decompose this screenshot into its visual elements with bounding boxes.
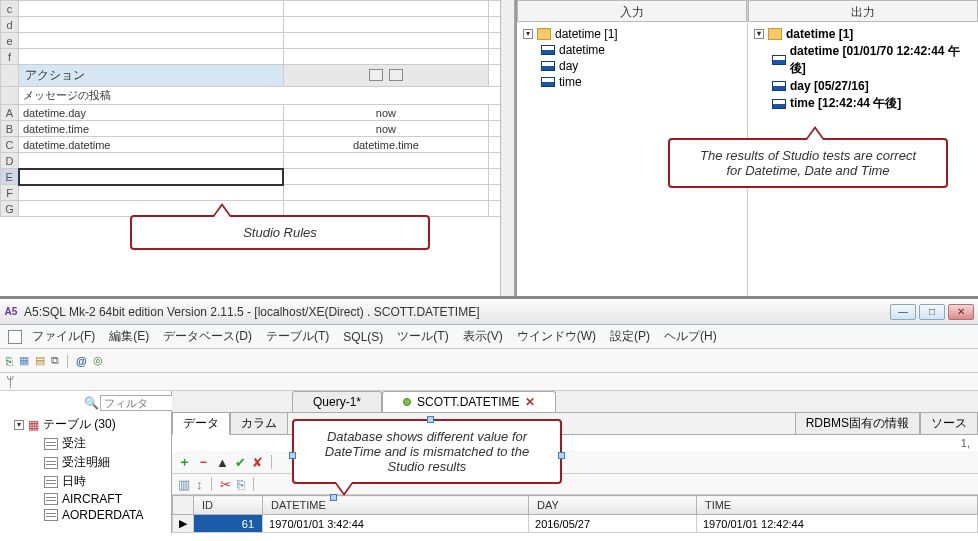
table-item[interactable]: 受注明細 — [4, 453, 167, 472]
menu-help[interactable]: ヘルプ(H) — [664, 328, 717, 345]
rule-cell[interactable]: datetime.time — [283, 137, 489, 153]
table-item[interactable]: 受注 — [4, 434, 167, 453]
db-sidebar: 🔍 ▾▦テーブル (30) 受注 受注明細 日時 AIRCRAFT AORDER… — [0, 391, 172, 533]
tab-datetime[interactable]: SCOTT.DATETIME✕ — [382, 391, 556, 412]
row-marker[interactable]: ▶ — [173, 515, 194, 533]
menu-file[interactable]: ファイル(F) — [32, 328, 95, 345]
tree-root[interactable]: ▾datetime [1] — [523, 26, 741, 42]
callout-text: Studio Rules — [243, 225, 317, 240]
callout-text: Database shows different value for — [308, 429, 546, 444]
toolbar-icon[interactable]: ◎ — [93, 354, 103, 367]
toolbar-icon[interactable]: ⎘ — [6, 355, 13, 367]
row-header[interactable]: e — [1, 33, 19, 49]
tree-item[interactable]: day [05/27/16] — [772, 78, 972, 94]
cell-id[interactable]: 61 — [194, 515, 263, 533]
rule-cell[interactable]: datetime.datetime — [19, 137, 284, 153]
row-header[interactable]: A — [1, 105, 19, 121]
subtab-rdbms[interactable]: RDBMS固有の情報 — [795, 412, 920, 435]
maximize-button[interactable]: □ — [919, 304, 945, 320]
selected-cell[interactable] — [19, 169, 284, 185]
cell-day[interactable]: 2016/05/27 — [529, 515, 697, 533]
menu-edit[interactable]: 編集(E) — [109, 328, 149, 345]
row-header[interactable]: G — [1, 201, 19, 217]
row-header[interactable]: B — [1, 121, 19, 137]
filter-icon[interactable]: ▥ — [178, 477, 190, 492]
edit-icon[interactable]: ▲ — [216, 455, 229, 470]
table-icon — [44, 493, 58, 505]
close-tab-icon[interactable]: ✕ — [525, 395, 535, 409]
tab-query[interactable]: Query-1* — [292, 391, 382, 412]
message-post-row[interactable]: メッセージの投稿 — [19, 87, 514, 105]
table-item[interactable]: AORDERDATA — [4, 507, 167, 523]
tree-item[interactable]: time [12:42:44 午後] — [772, 94, 972, 113]
menu-tool[interactable]: ツール(T) — [397, 328, 448, 345]
cut-icon[interactable]: ✂ — [220, 477, 231, 492]
subtab-source[interactable]: ソース — [920, 412, 978, 435]
collapse-icon[interactable]: ▾ — [754, 29, 764, 39]
row-header-selected[interactable]: E — [1, 169, 19, 185]
row-header[interactable]: D — [1, 153, 19, 169]
commit-icon[interactable]: ✔ — [235, 455, 246, 470]
tree-item[interactable]: datetime — [541, 42, 741, 58]
close-button[interactable]: ✕ — [948, 304, 974, 320]
tree-toggle-icon[interactable]: ᛘ — [6, 374, 14, 390]
toolbar-icon[interactable]: ⧉ — [51, 354, 59, 367]
action-header: アクション — [19, 65, 284, 87]
sort-icon[interactable]: ↕ — [196, 477, 203, 492]
input-header: 入力 — [517, 0, 747, 22]
tree-item[interactable]: datetime [01/01/70 12:42:44 午後] — [772, 42, 972, 78]
toolbar-icon[interactable]: @ — [76, 355, 87, 367]
arrow-right-icon[interactable] — [389, 69, 403, 81]
cell-time[interactable]: 1970/01/01 12:42:44 — [696, 515, 977, 533]
minimize-button[interactable]: — — [890, 304, 916, 320]
menu-sql[interactable]: SQL(S) — [343, 330, 383, 344]
collapse-icon[interactable]: ▾ — [523, 29, 533, 39]
row-header[interactable]: f — [1, 49, 19, 65]
tree-item[interactable]: time — [541, 74, 741, 90]
menu-table[interactable]: テーブル(T) — [266, 328, 329, 345]
table-row[interactable]: ▶ 61 1970/01/01 3:42:44 2016/05/27 1970/… — [173, 515, 978, 533]
titlebar[interactable]: A5 A5:SQL Mk-2 64bit edition Version 2.1… — [0, 299, 978, 325]
row-header[interactable]: C — [1, 137, 19, 153]
scrollbar-vertical[interactable] — [500, 0, 514, 296]
menu-settings[interactable]: 設定(P) — [610, 328, 650, 345]
subtab-data[interactable]: データ — [172, 412, 230, 435]
col-day[interactable]: DAY — [529, 496, 697, 515]
menu-database[interactable]: データベース(D) — [163, 328, 252, 345]
data-grid[interactable]: ID DATETIME DAY TIME ▶ 61 1970/01/01 3:4… — [172, 495, 978, 533]
table-item[interactable]: 日時 — [4, 472, 167, 491]
toolbar-icon[interactable]: ▦ — [19, 354, 29, 367]
row-header[interactable]: d — [1, 17, 19, 33]
arrow-left-icon[interactable] — [369, 69, 383, 81]
table-item[interactable]: AIRCRAFT — [4, 491, 167, 507]
remove-icon[interactable]: － — [197, 453, 210, 471]
field-icon — [541, 45, 555, 55]
menu-window[interactable]: ウインドウ(W) — [517, 328, 596, 345]
subtab-column[interactable]: カラム — [230, 412, 288, 435]
cell-datetime[interactable]: 1970/01/01 3:42:44 — [263, 515, 529, 533]
toolbar-icon[interactable]: ▤ — [35, 354, 45, 367]
rule-cell[interactable]: datetime.day — [19, 105, 284, 121]
search-icon: 🔍 — [84, 396, 98, 410]
main-area: Query-1* SCOTT.DATETIME✕ データ カラム RDBMS固有… — [172, 391, 978, 533]
cancel-icon[interactable]: ✘ — [252, 455, 263, 470]
field-icon — [772, 99, 786, 109]
col-datetime[interactable]: DATETIME — [263, 496, 529, 515]
rule-cell[interactable]: datetime.time — [19, 121, 284, 137]
tree-item[interactable]: day — [541, 58, 741, 74]
tree-root[interactable]: ▾datetime [1] — [754, 26, 972, 42]
row-header[interactable]: F — [1, 185, 19, 201]
col-time[interactable]: TIME — [696, 496, 977, 515]
add-icon[interactable]: ＋ — [178, 453, 191, 471]
table-icon — [44, 509, 58, 521]
menu-view[interactable]: 表示(V) — [463, 328, 503, 345]
row-header[interactable]: c — [1, 1, 19, 17]
pin-icon — [403, 398, 411, 406]
tables-node[interactable]: ▾▦テーブル (30) — [4, 415, 167, 434]
main-toolbar: ⎘ ▦ ▤ ⧉ @ ◎ — [0, 349, 978, 373]
rule-cell[interactable]: now — [283, 121, 489, 137]
copy-icon[interactable]: ⎘ — [237, 477, 245, 492]
collapse-icon[interactable]: ▾ — [14, 420, 24, 430]
rule-cell[interactable]: now — [283, 105, 489, 121]
col-id[interactable]: ID — [194, 496, 263, 515]
